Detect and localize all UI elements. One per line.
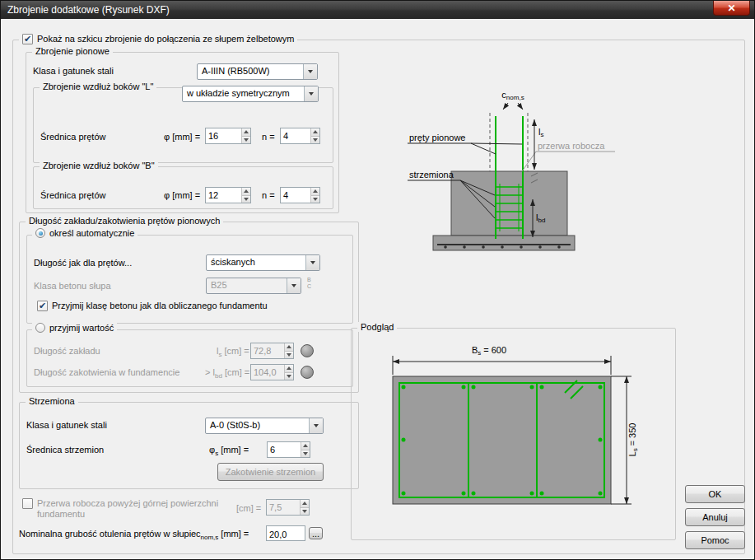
sides-L-legend: Zbrojenie wzdłuż boków "L" — [40, 82, 156, 91]
phi-unit-label: φ [mm] = — [164, 132, 200, 142]
chevron-down-icon[interactable] — [309, 418, 323, 433]
stirrup-anchor-button[interactable]: Zakotwienie strzemion — [217, 463, 324, 481]
stirrup-phi-label: φs [mm] = — [209, 445, 249, 457]
diameter-L-spinner[interactable] — [205, 128, 251, 144]
lap-length-spinner[interactable] — [250, 343, 294, 359]
vertical-bars-label: pręty pionowe — [409, 133, 466, 142]
spin-up-icon[interactable] — [285, 343, 293, 351]
spin-up-icon[interactable] — [242, 128, 250, 136]
title-bar[interactable]: Zbrojenie dodatkowe (Rysunek DXF) — [1, 1, 754, 19]
window-title: Zbrojenie dodatkowe (Rysunek DXF) — [7, 4, 170, 16]
spin-up-icon[interactable] — [311, 188, 319, 195]
vertical-reinforcement-legend: Zbrojenie pionowe — [32, 46, 113, 56]
cover-symbol-label: cnom,s [mm] = — [196, 529, 249, 541]
lap-length-group: Długość zakładu/zakotwienia prętów piono… — [19, 222, 359, 393]
count-B-spinner[interactable] — [280, 187, 320, 203]
spin-down-icon[interactable] — [311, 195, 319, 203]
construction-joint-leaders — [522, 152, 615, 171]
sides-B-group: Zbrojenie wzdłuż boków "B" Średnica pręt… — [33, 166, 333, 209]
spin-up-icon[interactable] — [301, 442, 310, 450]
manual-radio-label: przyjmij wartość — [49, 323, 114, 334]
ls-label: ls — [538, 127, 543, 138]
phi-unit-label: φ [mm] = — [164, 190, 200, 200]
auto-radio[interactable]: określ automatycznie — [32, 228, 137, 239]
spin-down-icon[interactable] — [242, 195, 250, 203]
cover-input[interactable] — [267, 528, 305, 542]
spin-up-icon[interactable] — [242, 188, 250, 195]
cnom-label: cnom,s — [501, 90, 524, 101]
auto-group: określ automatycznie Długość jak dla prę… — [26, 235, 353, 324]
spin-down-icon[interactable] — [285, 372, 293, 380]
steel-grade-label: Klasa i gatunek stali — [33, 66, 114, 76]
column-concrete-value: B25 — [207, 278, 287, 293]
manual-radio[interactable]: przyjmij wartość — [32, 323, 117, 334]
lap-length-input[interactable] — [251, 343, 284, 358]
diameter-L-input[interactable] — [206, 128, 241, 143]
stirrup-steel-value: A-0 (St0S-b) — [206, 418, 309, 433]
anchor-length-round-button[interactable] — [301, 366, 314, 379]
footing-concrete — [433, 236, 575, 250]
layout-combobox[interactable]: w układzie symetrycznym — [182, 86, 319, 102]
chevron-down-icon[interactable] — [304, 86, 318, 101]
construction-gap-checkbox[interactable]: Przerwa robocza powyżej górnej powierzch… — [22, 498, 236, 520]
assume-concrete-label: Przyjmij klasę betonu jak dla obliczaneg… — [52, 301, 268, 311]
diameter-B-input[interactable] — [206, 188, 241, 203]
radio-unselected-icon[interactable] — [35, 323, 45, 333]
spin-down-icon[interactable] — [301, 450, 310, 458]
stirrup-diameter-input[interactable] — [268, 442, 301, 457]
cover-field[interactable] — [266, 525, 305, 541]
gap-input[interactable] — [267, 500, 300, 515]
lap-length-label: Długość zakładu — [34, 346, 100, 356]
spin-up-icon[interactable] — [301, 500, 309, 507]
column-concrete-combobox[interactable]: B25 — [206, 278, 301, 294]
spin-down-icon[interactable] — [301, 507, 309, 516]
gap-unit-label: [cm] = — [236, 503, 261, 513]
manual-group: przyjmij wartość Długość zakładu ls [cm]… — [26, 329, 353, 387]
spin-up-icon[interactable] — [311, 128, 319, 136]
checkbox-unchecked-icon[interactable] — [22, 498, 33, 509]
stirrup-diameter-label: Średnica strzemion — [26, 445, 104, 455]
steel-grade-combobox[interactable]: A-IIIN (RB500W) — [197, 63, 318, 80]
cancel-button[interactable]: Anuluj — [685, 508, 745, 526]
anchor-length-spinner[interactable] — [250, 364, 294, 380]
checkbox-checked-icon[interactable]: ✔ — [37, 301, 48, 311]
spin-down-icon[interactable] — [311, 136, 319, 144]
checkbox-checked-icon[interactable]: ✔ — [22, 34, 33, 44]
gap-spinner[interactable] — [266, 499, 310, 516]
diameter-B-spinner[interactable] — [205, 187, 251, 203]
help-button[interactable]: Pomoc — [685, 531, 745, 549]
count-B-input[interactable] — [281, 188, 310, 203]
cover-browse-button[interactable]: ... — [309, 527, 323, 539]
stirrups-group: Strzemiona Klasa i gatunek stali A-0 (St… — [19, 402, 359, 489]
lap-length-round-button[interactable] — [301, 344, 314, 357]
radio-selected-icon[interactable] — [35, 228, 45, 238]
footing-plan-concrete — [393, 376, 611, 504]
sides-L-group: Zbrojenie wzdłuż boków "L" w układzie sy… — [33, 87, 333, 163]
count-L-spinner[interactable] — [280, 128, 320, 144]
spin-down-icon[interactable] — [242, 136, 250, 144]
stirrups-legend: Strzemiona — [26, 396, 78, 406]
count-L-input[interactable] — [281, 128, 310, 143]
assume-concrete-checkbox[interactable]: ✔ Przyjmij klasę betonu jak dla obliczan… — [37, 301, 268, 311]
width-dimension-label: Bs= 600 — [472, 345, 506, 357]
stirrups-sketch-label: strzemiona — [409, 170, 454, 180]
stirrup-diameter-spinner[interactable] — [267, 441, 310, 458]
chevron-down-icon[interactable] — [303, 64, 317, 79]
spin-up-icon[interactable] — [285, 365, 293, 372]
anchor-length-label: Długość zakotwienia w fundamencie — [34, 367, 179, 377]
connection-sketch: cnom,s pręty pionowe przerwa robocza str… — [371, 49, 742, 324]
anchor-length-input[interactable] — [251, 365, 284, 380]
width-dimension-lines — [393, 356, 611, 375]
show-on-sketch-checkbox[interactable]: ✔ Pokaż na szkicu zbrojenie do połączeni… — [19, 34, 297, 44]
height-dimension-label: Ls= 350 — [627, 423, 639, 457]
sides-B-legend: Zbrojenie wzdłuż boków "B" — [40, 161, 158, 170]
cnom-arrows-icon — [503, 103, 523, 110]
bar-diameter-label: Średnica prętów — [40, 132, 106, 142]
close-button[interactable]: ✕ — [713, 1, 750, 16]
bars-type-combobox[interactable]: ściskanych — [206, 254, 320, 271]
ok-button[interactable]: OK — [685, 485, 745, 503]
chevron-down-icon[interactable] — [305, 255, 319, 270]
length-as-bars-label: Długość jak dla prętów... — [34, 258, 132, 268]
spin-down-icon[interactable] — [285, 351, 293, 359]
stirrup-steel-combobox[interactable]: A-0 (St0S-b) — [205, 418, 324, 434]
